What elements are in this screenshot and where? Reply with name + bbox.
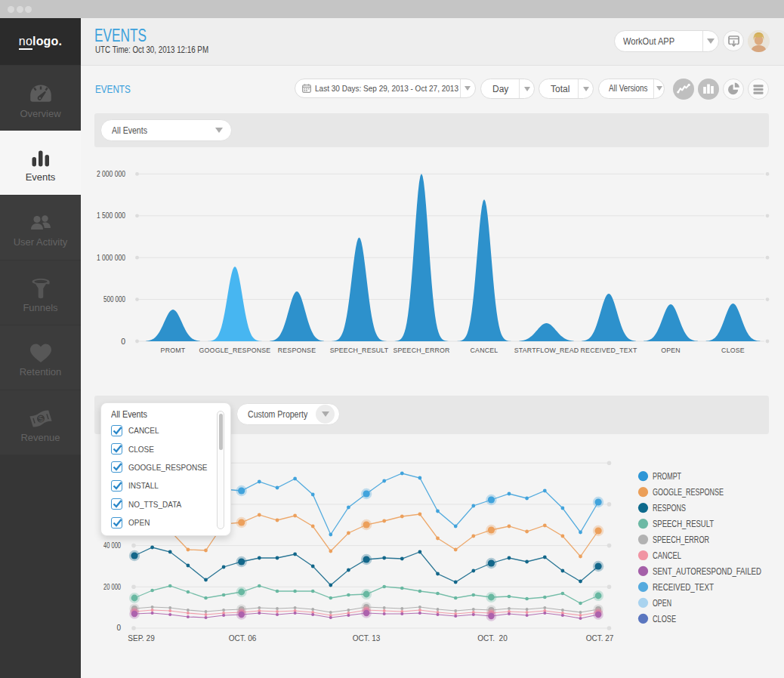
svg-text:20 000: 20 000 [103, 583, 121, 591]
svg-text:PROMT: PROMT [161, 347, 186, 354]
svg-text:RESPONS: RESPONS [653, 503, 686, 513]
svg-text:SEP. 29: SEP. 29 [128, 634, 155, 643]
svg-text:RECEIVED_TEXT: RECEIVED_TEXT [581, 347, 637, 354]
svg-text:1 000 000: 1 000 000 [97, 253, 125, 262]
svg-text:GOOGLE_RESPONSE: GOOGLE_RESPONSE [199, 347, 271, 354]
svg-text:OCT. 06: OCT. 06 [229, 634, 257, 643]
svg-text:STARTFLOW_READ: STARTFLOW_READ [514, 347, 579, 354]
svg-text:CLOSE: CLOSE [653, 614, 676, 624]
svg-text:OCT. 13: OCT. 13 [353, 634, 381, 643]
svg-text:GOOGLE_RESPONSE: GOOGLE_RESPONSE [653, 487, 724, 498]
svg-text:RECEIVED_TEXT: RECEIVED_TEXT [653, 582, 715, 593]
svg-text:PROMPT: PROMPT [653, 471, 681, 482]
svg-text:OCT. 20: OCT. 20 [477, 634, 508, 643]
svg-text:2 000 000: 2 000 000 [97, 169, 125, 178]
svg-text:500 000: 500 000 [103, 294, 125, 304]
svg-text:0: 0 [116, 624, 121, 632]
svg-text:CLOSE: CLOSE [721, 347, 745, 354]
svg-text:RESPONSE: RESPONSE [278, 347, 316, 354]
svg-text:CANCEL: CANCEL [471, 347, 498, 354]
svg-text:SPEECH_RESULT: SPEECH_RESULT [330, 347, 389, 354]
svg-text:OPEN: OPEN [653, 598, 671, 609]
svg-text:SPEECH_RESULT: SPEECH_RESULT [653, 519, 715, 529]
svg-text:1 500 000: 1 500 000 [97, 211, 125, 220]
svg-text:0: 0 [121, 337, 125, 346]
svg-text:40 000: 40 000 [103, 541, 121, 550]
svg-text:CANCEL: CANCEL [653, 550, 681, 561]
svg-text:OCT. 27: OCT. 27 [586, 634, 614, 643]
svg-text:SPEECH_ERROR: SPEECH_ERROR [393, 347, 449, 354]
svg-text:SPEECH_ERROR: SPEECH_ERROR [653, 535, 709, 545]
svg-text:OPEN: OPEN [661, 347, 681, 354]
svg-text:SENT_AUTORESPOND_FAILED: SENT_AUTORESPOND_FAILED [653, 566, 761, 577]
